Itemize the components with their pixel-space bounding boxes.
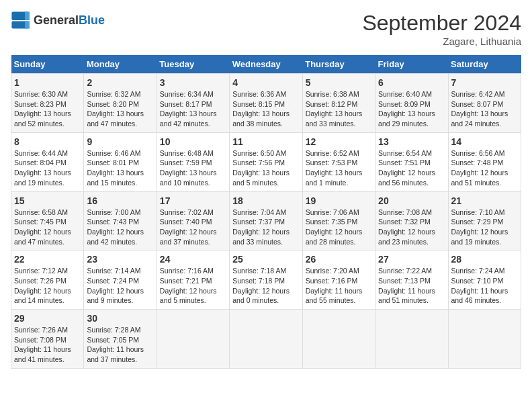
day-number: 21 xyxy=(451,195,518,206)
logo-icon xyxy=(11,11,30,30)
day-info: Sunrise: 6:30 AMSunset: 8:23 PMDaylight:… xyxy=(14,89,81,129)
calendar-cell xyxy=(157,310,229,369)
day-info: Sunrise: 6:58 AMSunset: 7:45 PMDaylight:… xyxy=(14,208,81,247)
day-number: 20 xyxy=(378,195,445,206)
day-info: Sunrise: 6:48 AMSunset: 7:59 PMDaylight:… xyxy=(160,148,226,188)
day-info: Sunrise: 7:28 AMSunset: 7:05 PMDaylight:… xyxy=(87,325,153,365)
calendar-cell: 9Sunrise: 6:46 AMSunset: 8:01 PMDaylight… xyxy=(84,132,157,191)
calendar-cell: 15Sunrise: 6:58 AMSunset: 7:45 PMDayligh… xyxy=(11,191,84,250)
calendar-cell: 24Sunrise: 7:16 AMSunset: 7:21 PMDayligh… xyxy=(157,250,229,310)
header-monday: Monday xyxy=(84,55,157,74)
day-info: Sunrise: 6:56 AMSunset: 7:48 PMDaylight:… xyxy=(451,148,518,188)
calendar-cell: 11Sunrise: 6:50 AMSunset: 7:56 PMDayligh… xyxy=(230,132,302,191)
calendar-week-row: 1Sunrise: 6:30 AMSunset: 8:23 PMDaylight… xyxy=(11,74,521,133)
day-number: 19 xyxy=(306,195,372,206)
calendar-cell xyxy=(375,310,448,369)
calendar-cell: 4Sunrise: 6:36 AMSunset: 8:15 PMDaylight… xyxy=(230,74,302,133)
day-number: 26 xyxy=(306,254,372,265)
calendar-cell: 28Sunrise: 7:24 AMSunset: 7:10 PMDayligh… xyxy=(448,250,521,310)
day-number: 24 xyxy=(160,254,226,265)
location: Zagare, Lithuania xyxy=(362,36,521,47)
calendar-cell: 23Sunrise: 7:14 AMSunset: 7:24 PMDayligh… xyxy=(84,250,157,310)
day-info: Sunrise: 6:54 AMSunset: 7:51 PMDaylight:… xyxy=(378,148,445,188)
day-number: 30 xyxy=(87,313,153,324)
calendar-cell: 10Sunrise: 6:48 AMSunset: 7:59 PMDayligh… xyxy=(157,132,229,191)
day-number: 23 xyxy=(87,254,153,265)
day-info: Sunrise: 7:14 AMSunset: 7:24 PMDaylight:… xyxy=(87,266,153,306)
calendar-cell: 22Sunrise: 7:12 AMSunset: 7:26 PMDayligh… xyxy=(11,250,84,310)
day-info: Sunrise: 6:36 AMSunset: 8:15 PMDaylight:… xyxy=(232,89,299,129)
calendar-cell: 29Sunrise: 7:26 AMSunset: 7:08 PMDayligh… xyxy=(11,310,84,369)
day-number: 7 xyxy=(451,77,518,88)
day-number: 8 xyxy=(14,136,81,147)
calendar-cell: 7Sunrise: 6:42 AMSunset: 8:07 PMDaylight… xyxy=(448,74,521,133)
day-info: Sunrise: 7:04 AMSunset: 7:37 PMDaylight:… xyxy=(232,208,299,247)
day-number: 25 xyxy=(232,254,299,265)
calendar-header-row: Sunday Monday Tuesday Wednesday Thursday… xyxy=(11,55,521,74)
day-number: 17 xyxy=(160,195,226,206)
calendar-cell: 14Sunrise: 6:56 AMSunset: 7:48 PMDayligh… xyxy=(448,132,521,191)
calendar-cell: 26Sunrise: 7:20 AMSunset: 7:16 PMDayligh… xyxy=(302,250,375,310)
header-tuesday: Tuesday xyxy=(157,55,229,74)
day-number: 2 xyxy=(87,77,153,88)
calendar-cell: 12Sunrise: 6:52 AMSunset: 7:53 PMDayligh… xyxy=(302,132,375,191)
calendar-cell: 5Sunrise: 6:38 AMSunset: 8:12 PMDaylight… xyxy=(302,74,375,133)
calendar-cell: 20Sunrise: 7:08 AMSunset: 7:32 PMDayligh… xyxy=(375,191,448,250)
calendar-cell: 17Sunrise: 7:02 AMSunset: 7:40 PMDayligh… xyxy=(157,191,229,250)
day-info: Sunrise: 6:40 AMSunset: 8:09 PMDaylight:… xyxy=(378,89,445,129)
calendar-cell: 3Sunrise: 6:34 AMSunset: 8:17 PMDaylight… xyxy=(157,74,229,133)
logo: GeneralBlue xyxy=(11,11,105,30)
logo-blue: Blue xyxy=(79,13,105,27)
calendar-cell: 6Sunrise: 6:40 AMSunset: 8:09 PMDaylight… xyxy=(375,74,448,133)
title-block: September 2024 Zagare, Lithuania xyxy=(362,11,521,47)
page-header: GeneralBlue September 2024 Zagare, Lithu… xyxy=(11,11,521,47)
day-info: Sunrise: 7:16 AMSunset: 7:21 PMDaylight:… xyxy=(160,266,226,306)
header-sunday: Sunday xyxy=(11,55,84,74)
day-info: Sunrise: 6:50 AMSunset: 7:56 PMDaylight:… xyxy=(232,148,299,188)
calendar-cell: 8Sunrise: 6:44 AMSunset: 8:04 PMDaylight… xyxy=(11,132,84,191)
day-number: 6 xyxy=(378,77,445,88)
calendar-week-row: 22Sunrise: 7:12 AMSunset: 7:26 PMDayligh… xyxy=(11,250,521,310)
calendar-cell: 13Sunrise: 6:54 AMSunset: 7:51 PMDayligh… xyxy=(375,132,448,191)
day-number: 13 xyxy=(378,136,445,147)
day-number: 16 xyxy=(87,195,153,206)
calendar-cell xyxy=(448,310,521,369)
header-wednesday: Wednesday xyxy=(230,55,302,74)
day-info: Sunrise: 6:46 AMSunset: 8:01 PMDaylight:… xyxy=(87,148,153,188)
calendar-cell: 30Sunrise: 7:28 AMSunset: 7:05 PMDayligh… xyxy=(84,310,157,369)
day-info: Sunrise: 7:24 AMSunset: 7:10 PMDaylight:… xyxy=(451,266,518,306)
calendar-cell: 18Sunrise: 7:04 AMSunset: 7:37 PMDayligh… xyxy=(230,191,302,250)
day-number: 10 xyxy=(160,136,226,147)
day-number: 1 xyxy=(14,77,81,88)
calendar-cell xyxy=(302,310,375,369)
svg-marker-3 xyxy=(25,11,30,20)
day-info: Sunrise: 6:32 AMSunset: 8:20 PMDaylight:… xyxy=(87,89,153,129)
header-thursday: Thursday xyxy=(302,55,375,74)
day-info: Sunrise: 6:38 AMSunset: 8:12 PMDaylight:… xyxy=(306,89,372,129)
day-info: Sunrise: 6:34 AMSunset: 8:17 PMDaylight:… xyxy=(160,89,226,129)
day-number: 29 xyxy=(14,313,81,324)
day-info: Sunrise: 7:10 AMSunset: 7:29 PMDaylight:… xyxy=(451,208,518,247)
day-info: Sunrise: 7:20 AMSunset: 7:16 PMDaylight:… xyxy=(306,266,372,306)
day-number: 3 xyxy=(160,77,226,88)
logo-text: GeneralBlue xyxy=(34,13,105,28)
day-number: 11 xyxy=(232,136,299,147)
calendar-week-row: 15Sunrise: 6:58 AMSunset: 7:45 PMDayligh… xyxy=(11,191,521,250)
day-number: 22 xyxy=(14,254,81,265)
day-info: Sunrise: 6:44 AMSunset: 8:04 PMDaylight:… xyxy=(14,148,81,188)
day-info: Sunrise: 7:08 AMSunset: 7:32 PMDaylight:… xyxy=(378,208,445,247)
day-number: 27 xyxy=(378,254,445,265)
day-number: 9 xyxy=(87,136,153,147)
day-number: 18 xyxy=(232,195,299,206)
month-title: September 2024 xyxy=(362,11,521,36)
header-friday: Friday xyxy=(375,55,448,74)
calendar-cell: 27Sunrise: 7:22 AMSunset: 7:13 PMDayligh… xyxy=(375,250,448,310)
calendar-week-row: 29Sunrise: 7:26 AMSunset: 7:08 PMDayligh… xyxy=(11,310,521,369)
day-number: 28 xyxy=(451,254,518,265)
day-info: Sunrise: 6:52 AMSunset: 7:53 PMDaylight:… xyxy=(306,148,372,188)
calendar-cell: 19Sunrise: 7:06 AMSunset: 7:35 PMDayligh… xyxy=(302,191,375,250)
day-info: Sunrise: 6:42 AMSunset: 8:07 PMDaylight:… xyxy=(451,89,518,129)
day-number: 12 xyxy=(306,136,372,147)
day-info: Sunrise: 7:22 AMSunset: 7:13 PMDaylight:… xyxy=(378,266,445,306)
calendar-cell xyxy=(230,310,302,369)
